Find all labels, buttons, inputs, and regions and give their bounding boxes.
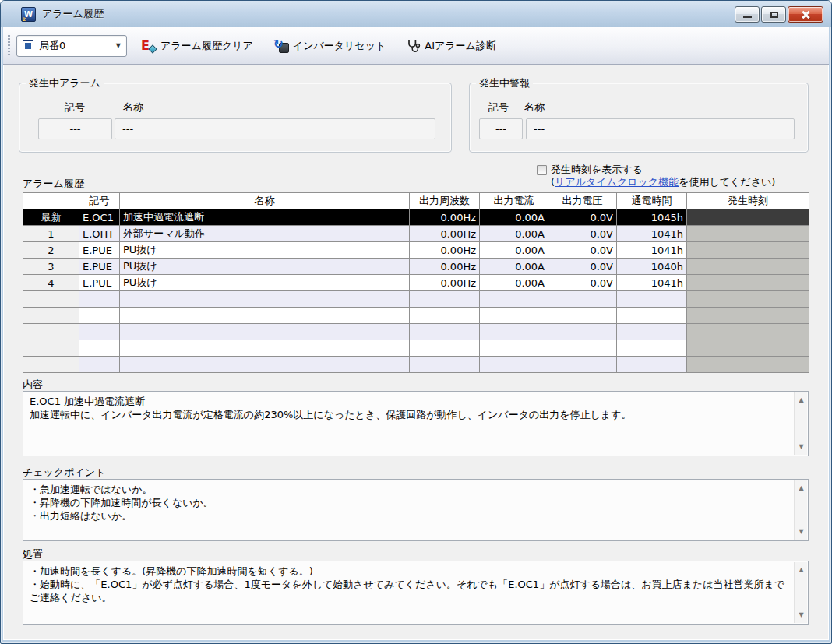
active-warning-group: 発生中警報 記号 名称 --- ---: [469, 83, 809, 153]
scroll-down-icon[interactable]: ▼: [795, 441, 808, 453]
app-icon: W2: [21, 7, 36, 22]
minimize-button[interactable]: [735, 6, 760, 23]
checkpoint-line: ・急加速運転ではないか。: [30, 483, 789, 496]
client-area: 発生中アラーム 記号 名称 --- --- 発生中警報 記号 名称 --- --…: [3, 65, 829, 640]
close-icon: [801, 10, 810, 19]
active-warning-symbol-label: 記号: [488, 100, 509, 114]
inverter-reset-button[interactable]: ↻ インバータリセット: [267, 35, 392, 57]
station-select-value: 局番0: [39, 39, 111, 53]
table-row[interactable]: 最新 E.OC1 加速中過電流遮断 0.00Hz 0.00A 0.0V 1045…: [23, 209, 809, 226]
detail-line: 加速運転中に、インバータ出力電流が定格電流の約230%以上になったとき、保護回路…: [30, 408, 789, 421]
active-alarm-name-value: ---: [115, 118, 435, 139]
table-row[interactable]: 2 E.PUE PU抜け 0.00Hz 0.00A 0.0V 1041h: [23, 242, 809, 259]
scroll-down-icon[interactable]: ▼: [795, 526, 808, 538]
active-alarm-group: 発生中アラーム 記号 名称 --- ---: [19, 83, 452, 153]
close-button[interactable]: [788, 6, 823, 23]
toolbar: 局番0 ▼ E アラーム履歴クリア ↻ インバータリセット AIアラーム診断: [3, 27, 829, 65]
table-row-empty[interactable]: [23, 291, 809, 308]
detail-scrollbar[interactable]: ▲ ▼: [794, 392, 807, 455]
active-warning-name-label: 名称: [524, 100, 545, 114]
treatment-label: 処置: [23, 547, 43, 561]
active-warning-name-value: ---: [526, 118, 795, 139]
active-alarm-symbol-label: 記号: [65, 100, 85, 114]
minimize-icon: [743, 16, 752, 18]
checkpoint-scrollbar[interactable]: ▲ ▼: [794, 480, 807, 540]
treatment-line: ・加速時間を長くする。(昇降機の下降加速時間を短くする。): [30, 565, 789, 578]
titlebar[interactable]: W2 アラーム履歴: [1, 1, 831, 27]
table-row-empty[interactable]: [23, 340, 809, 357]
scroll-up-icon[interactable]: ▲: [795, 394, 808, 406]
detail-panel[interactable]: E.OC1 加速中過電流遮断 加速運転中に、インバータ出力電流が定格電流の約23…: [23, 391, 809, 456]
treatment-line: ・始動時に、「E.OC1」が必ず点灯する場合、1度モータを外して始動させてみてく…: [30, 578, 789, 604]
alarm-clear-icon: E: [141, 39, 157, 53]
ai-alarm-diagnosis-button[interactable]: AIアラーム診断: [400, 34, 502, 57]
window-title: アラーム履歴: [42, 7, 104, 21]
table-row[interactable]: 1 E.OHT 外部サーマル動作 0.00Hz 0.00A 0.0V 1041h: [23, 226, 809, 242]
col-header-symbol[interactable]: 記号: [79, 193, 120, 209]
col-header-frequency[interactable]: 出力周波数: [410, 193, 480, 209]
table-row-empty[interactable]: [23, 357, 809, 373]
treatment-scrollbar[interactable]: ▲ ▼: [794, 562, 807, 623]
scroll-up-icon[interactable]: ▲: [795, 482, 808, 494]
inverter-reset-label: インバータリセット: [293, 39, 386, 53]
col-header-occurred-time[interactable]: 発生時刻: [687, 193, 809, 209]
active-warning-symbol-value: ---: [479, 118, 523, 139]
alarm-history-clear-label: アラーム履歴クリア: [160, 39, 253, 53]
active-alarm-symbol-value: ---: [38, 118, 112, 139]
col-header-blank[interactable]: [23, 193, 79, 209]
station-select[interactable]: 局番0 ▼: [16, 35, 127, 57]
table-row-empty[interactable]: [23, 324, 809, 340]
treatment-panel[interactable]: ・加速時間を長くする。(昇降機の下降加速時間を短くする。) ・始動時に、「E.O…: [23, 561, 809, 625]
col-header-energized-time[interactable]: 通電時間: [617, 193, 687, 209]
table-row-empty[interactable]: [23, 308, 809, 324]
active-alarm-group-title: 発生中アラーム: [26, 76, 104, 90]
toolbar-grip[interactable]: [8, 35, 10, 57]
active-alarm-name-label: 名称: [123, 100, 143, 114]
stethoscope-icon: [406, 38, 421, 53]
inverter-reset-icon: ↻: [273, 39, 289, 53]
rtc-note: (リアルタイムクロック機能を使用してください): [551, 175, 775, 189]
alarm-history-table: 記号 名称 出力周波数 出力電流 出力電圧 通電時間 発生時刻 最新 E.OC1…: [23, 192, 809, 373]
table-row[interactable]: 4 E.PUE PU抜け 0.00Hz 0.00A 0.0V 1041h: [23, 275, 809, 291]
detail-line: E.OC1 加速中過電流遮断: [30, 395, 789, 408]
scroll-up-icon[interactable]: ▲: [795, 564, 808, 576]
maximize-icon: [770, 12, 778, 18]
table-row[interactable]: 3 E.PUE PU抜け 0.00Hz 0.00A 0.0V 1040h: [23, 259, 809, 275]
checkpoint-line: ・昇降機の下降加速時間が長くないか。: [30, 496, 789, 509]
active-warning-group-title: 発生中警報: [476, 76, 533, 90]
checkpoint-panel[interactable]: ・急加速運転ではないか。 ・昇降機の下降加速時間が長くないか。 ・出力短絡はない…: [23, 479, 809, 541]
ai-alarm-diagnosis-label: AIアラーム診断: [425, 39, 496, 53]
chevron-down-icon: ▼: [116, 42, 121, 49]
show-occurrence-time-checkbox[interactable]: [537, 165, 547, 175]
checkpoint-label: チェックポイント: [23, 466, 105, 480]
rtc-function-link[interactable]: リアルタイムクロック機能: [555, 176, 679, 188]
alarm-history-window: W2 アラーム履歴 局番0 ▼ E アラーム履歴クリア ↻ インバータリセット: [0, 0, 832, 644]
checkpoint-line: ・出力短絡はないか。: [30, 509, 789, 523]
col-header-name[interactable]: 名称: [120, 193, 410, 209]
maximize-button[interactable]: [761, 6, 786, 23]
alarm-history-clear-button[interactable]: E アラーム履歴クリア: [135, 35, 259, 57]
detail-label: 内容: [23, 378, 43, 392]
station-icon: [23, 40, 33, 51]
history-title: アラーム履歴: [23, 177, 84, 191]
col-header-current[interactable]: 出力電流: [480, 193, 548, 209]
col-header-voltage[interactable]: 出力電圧: [548, 193, 617, 209]
table-header-row: 記号 名称 出力周波数 出力電流 出力電圧 通電時間 発生時刻: [23, 193, 809, 209]
scroll-down-icon[interactable]: ▼: [795, 609, 808, 621]
